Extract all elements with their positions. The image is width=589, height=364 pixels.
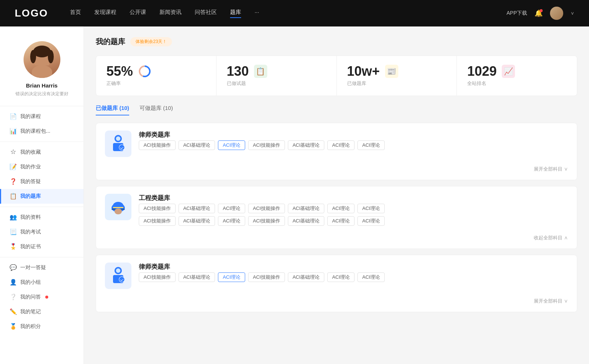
collapse-engineer[interactable]: 收起全部科目 ∧ xyxy=(534,235,568,241)
eng-tag-10[interactable]: ACI技能操作 xyxy=(248,216,285,226)
tab-available[interactable]: 可做题库 (10) xyxy=(140,105,173,115)
sidebar-item-notes[interactable]: ✏️ 我的笔记 xyxy=(0,304,84,319)
l2-tag-3[interactable]: ACI技能操作 xyxy=(248,272,285,282)
chat-icon: 💬 xyxy=(10,264,17,271)
tag-5[interactable]: ACI理论 xyxy=(327,140,355,150)
nav-qbank[interactable]: 题库 xyxy=(230,9,241,18)
sidebar-item-1on1[interactable]: 💬 一对一答疑 xyxy=(0,260,84,275)
l2-tag-2-active[interactable]: ACI理论 xyxy=(218,272,245,282)
eng-tag-13[interactable]: ACI理论 xyxy=(357,216,385,226)
person-circle-icon: 🏅 xyxy=(10,323,17,330)
stat-banks-value: 10w+ xyxy=(347,65,380,78)
eng-tag-12[interactable]: ACI理论 xyxy=(327,216,355,226)
logo[interactable]: LOGO xyxy=(15,7,48,19)
eng-tag-11[interactable]: ACI基础理论 xyxy=(288,216,325,226)
sidebar-item-qa-label: 我的答疑 xyxy=(20,178,41,185)
tag-1[interactable]: ACI基础理论 xyxy=(179,140,215,150)
sidebar-item-points[interactable]: 🏅 我的积分 xyxy=(0,319,84,334)
sidebar-item-course-packages[interactable]: 📊 我的课程包... xyxy=(0,124,84,139)
stat-accuracy: 55% 正确率 xyxy=(96,56,216,96)
sidebar-item-courses[interactable]: 📄 我的课程 xyxy=(0,109,84,124)
l2-tag-4[interactable]: ACI基础理论 xyxy=(288,272,325,282)
sidebar-item-exams[interactable]: 📃 我的考试 xyxy=(0,225,84,239)
tag-3[interactable]: ACI技能操作 xyxy=(248,140,285,150)
qbank-lawyer-2-footer: 展开全部科目 ∨ xyxy=(105,295,568,304)
stat-rank-label: 全站排名 xyxy=(467,80,497,87)
questions-icon: 📋 xyxy=(254,65,267,78)
eng-tag-2[interactable]: ACI理论 xyxy=(218,204,245,213)
tag-4[interactable]: ACI基础理论 xyxy=(288,140,325,150)
eng-tag-6[interactable]: ACI理论 xyxy=(357,204,385,213)
user-menu-caret[interactable]: ∨ xyxy=(571,10,574,17)
eng-tag-9[interactable]: ACI理论 xyxy=(218,216,245,226)
main-content: 我的题库 体验剩余23天！ 55% 正确率 130 xyxy=(84,26,589,364)
stat-questions-label: 已做试题 xyxy=(227,80,249,87)
sidebar-item-group-label: 我的小组 xyxy=(20,279,41,286)
sidebar-item-certificate[interactable]: 🎖️ 我的证书 xyxy=(0,239,84,254)
nav-openclass[interactable]: 公开课 xyxy=(130,9,146,18)
qbank-engineer-tags-row2: ACI技能操作 ACI基础理论 ACI理论 ACI技能操作 ACI基础理论 AC… xyxy=(139,216,568,226)
l2-tag-5[interactable]: ACI理论 xyxy=(327,272,355,282)
qbank-card-engineer-header: 工程类题库 ACI技能操作 ACI基础理论 ACI理论 ACI技能操作 ACI基… xyxy=(105,194,568,226)
stat-accuracy-label: 正确率 xyxy=(106,80,133,87)
group-icon: 👤 xyxy=(10,279,17,286)
qbank-engineer-title: 工程类题库 xyxy=(139,194,568,202)
l2-tag-6[interactable]: ACI理论 xyxy=(357,272,385,282)
sidebar-item-myqa-label: 我的问答 xyxy=(20,294,41,300)
sidebar-item-favorites[interactable]: ☆ 我的收藏 xyxy=(0,145,84,160)
tag-2-active[interactable]: ACI理论 xyxy=(218,140,245,150)
nav-qa[interactable]: 问答社区 xyxy=(195,9,217,18)
nav-discover[interactable]: 发现课程 xyxy=(94,9,116,18)
sidebar-divider-2 xyxy=(0,207,84,207)
trial-badge: 体验剩余23天！ xyxy=(130,37,172,46)
nav-news[interactable]: 新闻资讯 xyxy=(159,9,181,18)
eng-tag-0[interactable]: ACI技能操作 xyxy=(139,204,176,213)
sidebar-item-certificate-label: 我的证书 xyxy=(20,243,41,250)
star-icon: ☆ xyxy=(10,149,17,156)
eng-tag-3[interactable]: ACI技能操作 xyxy=(248,204,285,213)
sidebar-item-packages-label: 我的课程包... xyxy=(20,128,50,135)
notification-bell[interactable]: 🔔 xyxy=(535,9,543,17)
sidebar-profile: Brian Harris 错误的决定比没有决定要好 xyxy=(0,35,84,106)
tabs-row: 已做题库 (10) 可做题库 (10) xyxy=(96,105,577,115)
page-wrapper: Brian Harris 错误的决定比没有决定要好 📄 我的课程 📊 我的课程包… xyxy=(0,26,589,364)
sidebar-item-qbank[interactable]: 📋 我的题库 xyxy=(0,189,84,204)
sidebar-item-group[interactable]: 👤 我的小组 xyxy=(0,275,84,290)
qbank-card-engineer: 工程类题库 ACI技能操作 ACI基础理论 ACI理论 ACI技能操作 ACI基… xyxy=(96,186,577,249)
stat-rank-value: 1029 xyxy=(467,65,497,78)
tag-0[interactable]: ACI技能操作 xyxy=(139,140,176,150)
svg-point-20 xyxy=(114,208,122,214)
sidebar-item-favorites-label: 我的收藏 xyxy=(20,149,41,156)
app-download-btn[interactable]: APP下载 xyxy=(507,10,527,17)
sidebar-item-homework[interactable]: 📝 我的作业 xyxy=(0,160,84,174)
expand-lawyer-2[interactable]: 展开全部科目 ∨ xyxy=(534,298,568,304)
svg-text:✓: ✓ xyxy=(120,278,124,282)
eng-tag-1[interactable]: ACI基础理论 xyxy=(179,204,215,213)
qbank-lawyer-1-tags: ACI技能操作 ACI基础理论 ACI理论 ACI技能操作 ACI基础理论 AC… xyxy=(139,140,568,150)
l2-tag-1[interactable]: ACI基础理论 xyxy=(179,272,215,282)
lawyer2-icon: ✓ xyxy=(109,266,127,285)
nav-more[interactable]: ··· xyxy=(254,9,259,18)
sidebar-item-qa[interactable]: ❓ 我的答疑 xyxy=(0,174,84,189)
tab-done[interactable]: 已做题库 (10) xyxy=(96,105,129,115)
sidebar-item-points-label: 我的积分 xyxy=(20,323,41,330)
eng-tag-8[interactable]: ACI基础理论 xyxy=(179,216,215,226)
eng-tag-4[interactable]: ACI基础理论 xyxy=(288,204,325,213)
svg-point-5 xyxy=(48,50,54,63)
expand-lawyer-1[interactable]: 展开全部科目 ∨ xyxy=(534,166,568,172)
question-mark-icon: ❔ xyxy=(10,294,17,300)
sidebar-item-data[interactable]: 👥 我的资料 xyxy=(0,210,84,225)
sidebar-item-myqa[interactable]: ❔ 我的问答 xyxy=(0,290,84,304)
navbar: LOGO 首页 发现课程 公开课 新闻资讯 问答社区 题库 ··· APP下载 … xyxy=(0,0,589,26)
nav-home[interactable]: 首页 xyxy=(70,9,81,18)
eng-tag-7[interactable]: ACI技能操作 xyxy=(139,216,176,226)
l2-tag-0[interactable]: ACI技能操作 xyxy=(139,272,176,282)
qbank-lawyer-2-tags: ACI技能操作 ACI基础理论 ACI理论 ACI技能操作 ACI基础理论 AC… xyxy=(139,272,568,282)
svg-rect-19 xyxy=(113,207,123,208)
sidebar-menu: 📄 我的课程 📊 我的课程包... ☆ 我的收藏 📝 我的作业 ❓ xyxy=(0,109,84,334)
sidebar-item-homework-label: 我的作业 xyxy=(20,164,41,170)
tag-6[interactable]: ACI理论 xyxy=(357,140,385,150)
svg-point-11 xyxy=(116,136,120,141)
eng-tag-5[interactable]: ACI理论 xyxy=(327,204,355,213)
user-avatar[interactable] xyxy=(550,7,563,20)
